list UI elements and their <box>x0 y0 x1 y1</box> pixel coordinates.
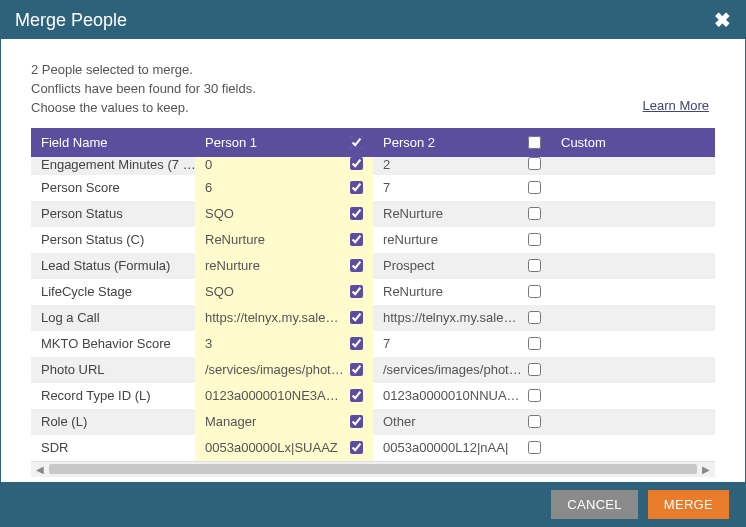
cancel-button[interactable]: CANCEL <box>551 490 638 519</box>
merge-button[interactable]: MERGE <box>648 490 729 519</box>
summary-line-3: Choose the values to keep. <box>31 99 715 118</box>
hscroll-left-icon[interactable]: ◀ <box>33 463 47 475</box>
row-person2-checkbox[interactable] <box>528 181 541 194</box>
cell-person1: reNurture <box>195 253 373 279</box>
cell-person2: Prospect <box>373 253 551 279</box>
cell-person2-value: 7 <box>383 336 522 351</box>
cell-custom <box>551 357 693 383</box>
table-row: SDR0053a00000Lx|SUAAZ0053a00000L12|nAA| <box>31 435 715 461</box>
row-person2-checkbox[interactable] <box>528 285 541 298</box>
row-person1-checkbox[interactable] <box>350 363 363 376</box>
cell-person2: 2 <box>373 157 551 175</box>
row-person1-checkbox[interactable] <box>350 337 363 350</box>
cell-custom <box>551 409 693 435</box>
cell-person1: 0123a0000010NE3AAM <box>195 383 373 409</box>
row-person1-checkbox[interactable] <box>350 259 363 272</box>
cell-field-name: LifeCycle Stage <box>31 279 195 305</box>
cell-field-name: Person Score <box>31 175 195 201</box>
cell-field-name: Photo URL <box>31 357 195 383</box>
cell-person2-value: ReNurture <box>383 284 522 299</box>
cell-person1: 6 <box>195 175 373 201</box>
cell-person1-value: 0053a00000Lx|SUAAZ <box>205 440 344 455</box>
table-row: Photo URL/services/images/photo/…/servic… <box>31 357 715 383</box>
hscroll-thumb[interactable] <box>49 464 697 474</box>
row-person2-checkbox[interactable] <box>528 233 541 246</box>
row-person1-checkbox[interactable] <box>350 181 363 194</box>
table-row: Lead Status (Formula)reNurtureProspect <box>31 253 715 279</box>
cell-person2: reNurture <box>373 227 551 253</box>
horizontal-scrollbar[interactable]: ◀ ▶ <box>31 461 715 477</box>
row-person2-checkbox[interactable] <box>528 363 541 376</box>
col-header-person1-label: Person 1 <box>205 135 257 150</box>
cell-person2: ReNurture <box>373 279 551 305</box>
cell-custom <box>551 175 693 201</box>
cell-field-name: Log a Call <box>31 305 195 331</box>
row-person2-checkbox[interactable] <box>528 441 541 454</box>
table-row: Engagement Minutes (7 …02 <box>31 157 715 175</box>
cell-person2: 7 <box>373 331 551 357</box>
row-person2-checkbox[interactable] <box>528 311 541 324</box>
cell-person1-value: Manager <box>205 414 344 429</box>
table-header-row: Field Name Person 1 Person 2 Custom <box>31 128 715 157</box>
table-row: Record Type ID (L)0123a0000010NE3AAM0123… <box>31 383 715 409</box>
row-person1-checkbox[interactable] <box>350 233 363 246</box>
cell-person1-value: ReNurture <box>205 232 344 247</box>
cell-person2-value: 2 <box>383 157 522 172</box>
cell-field-name: MKTO Behavior Score <box>31 331 195 357</box>
table-body[interactable]: Engagement Minutes (7 …02Person Score67P… <box>31 157 715 461</box>
cell-person1: 0053a00000Lx|SUAAZ <box>195 435 373 461</box>
select-all-person1-checkbox[interactable] <box>350 136 363 149</box>
row-person2-checkbox[interactable] <box>528 415 541 428</box>
cell-custom <box>551 305 693 331</box>
cell-person1-value: 0 <box>205 157 344 172</box>
summary-line-2: Conflicts have been found for 30 fields. <box>31 80 715 99</box>
cell-person2-value: reNurture <box>383 232 522 247</box>
modal-header: Merge People ✖ <box>1 1 745 39</box>
hscroll-right-icon[interactable]: ▶ <box>699 463 713 475</box>
cell-person1: ReNurture <box>195 227 373 253</box>
cell-field-name: Person Status (C) <box>31 227 195 253</box>
row-person1-checkbox[interactable] <box>350 415 363 428</box>
learn-more-link[interactable]: Learn More <box>643 97 709 116</box>
col-header-person2: Person 2 <box>373 128 551 157</box>
select-all-person2-checkbox[interactable] <box>528 136 541 149</box>
cell-custom <box>551 279 693 305</box>
row-person1-checkbox[interactable] <box>350 285 363 298</box>
cell-person1-value: 6 <box>205 180 344 195</box>
cell-person2-value: 0123a0000010NNUAA2 <box>383 388 522 403</box>
cell-person1-value: SQO <box>205 206 344 221</box>
table-row: Person Score67 <box>31 175 715 201</box>
cell-field-name: Record Type ID (L) <box>31 383 195 409</box>
cell-person1-value: SQO <box>205 284 344 299</box>
cell-person2-value: ReNurture <box>383 206 522 221</box>
row-person2-checkbox[interactable] <box>528 207 541 220</box>
cell-person1-value: /services/images/photo/… <box>205 362 344 377</box>
cell-custom <box>551 157 693 175</box>
row-person2-checkbox[interactable] <box>528 389 541 402</box>
cell-custom <box>551 227 693 253</box>
cell-person2-value: 0053a00000L12|nAA| <box>383 440 522 455</box>
col-header-custom: Custom <box>551 128 693 157</box>
cell-person1: /services/images/photo/… <box>195 357 373 383</box>
cell-custom <box>551 383 693 409</box>
summary-line-1: 2 People selected to merge. <box>31 61 715 80</box>
merge-people-modal: Merge People ✖ 2 People selected to merg… <box>0 0 746 527</box>
row-person1-checkbox[interactable] <box>350 311 363 324</box>
modal-footer: CANCEL MERGE <box>1 482 745 526</box>
row-person1-checkbox[interactable] <box>350 207 363 220</box>
table-row: Role (L)ManagerOther <box>31 409 715 435</box>
cell-person1: 0 <box>195 157 373 175</box>
cell-person2-value: https://telnyx.my.salesfo… <box>383 310 522 325</box>
row-person2-checkbox[interactable] <box>528 337 541 350</box>
row-person2-checkbox[interactable] <box>528 157 541 170</box>
row-person1-checkbox[interactable] <box>350 157 363 170</box>
close-icon[interactable]: ✖ <box>714 8 731 32</box>
row-person1-checkbox[interactable] <box>350 441 363 454</box>
row-person1-checkbox[interactable] <box>350 389 363 402</box>
cell-person2: 7 <box>373 175 551 201</box>
cell-person2: Other <box>373 409 551 435</box>
col-header-person1: Person 1 <box>195 128 373 157</box>
row-person2-checkbox[interactable] <box>528 259 541 272</box>
table-row: LifeCycle StageSQOReNurture <box>31 279 715 305</box>
col-header-field: Field Name <box>31 128 195 157</box>
